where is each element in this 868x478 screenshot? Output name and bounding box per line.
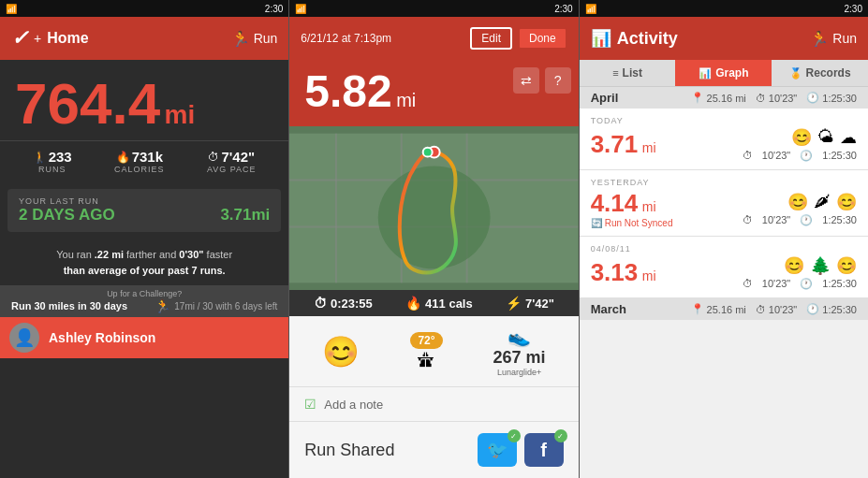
svg-point-6	[378, 167, 491, 269]
march-label: March	[591, 302, 626, 316]
challenge-section: Up for a Challenge? Run 30 miles in 30 d…	[0, 285, 288, 317]
social-icons: 🐦 ✓ f ✓	[478, 433, 564, 467]
run-time-value: 0:23:55	[331, 297, 373, 311]
tab-graph[interactable]: 📊 Graph	[675, 60, 772, 86]
yesterday-pace-icon: ⏱	[743, 214, 753, 226]
facebook-check-icon: ✓	[554, 429, 567, 442]
plus-icon: +	[34, 31, 41, 46]
edit-button[interactable]: Edit	[470, 27, 512, 50]
yesterday-time: 1:25:30	[822, 214, 857, 226]
apr8-right: 😊 🌲 😊 ⏱ 10'23" 🕐 1:25:30	[743, 255, 857, 290]
shoe-miles: 267 mi	[493, 348, 546, 368]
activity-panel: 📶 2:30 📊 Activity 🏃 Run ≡ List 📊 Graph 🏅…	[580, 0, 868, 478]
checkbox-icon: ☑	[304, 397, 316, 412]
svg-point-8	[423, 148, 433, 157]
run-stats-row: ⏱ 0:23:55 🔥 411 cals ⚡ 7'42"	[289, 290, 578, 316]
done-button[interactable]: Done	[518, 27, 567, 50]
comparison-text: You ran .22 mi farther and 0'30" faster …	[0, 239, 288, 285]
run-pace-stat: ⚡ 7'42"	[506, 296, 554, 311]
yesterday-emoji-2: 🌶	[814, 192, 831, 212]
challenge-prompt: Up for a Challenge?	[11, 289, 277, 298]
map-header: 6/21/12 at 7:13pm Edit Done	[289, 17, 578, 60]
facebook-button[interactable]: f ✓	[524, 433, 564, 467]
home-title: Home	[47, 30, 88, 47]
activity-run-icon: 🏃	[810, 30, 829, 48]
activity-run-label: Run	[832, 31, 857, 46]
temperature-badge: 72°	[410, 332, 442, 349]
activity-tabs: ≡ List 📊 Graph 🏅 Records	[580, 60, 868, 87]
apr8-main: 3.13 mi 😊 🌲 😊 ⏱ 10'23" 🕐 1:25:30	[591, 255, 857, 290]
status-bar-map: 📶 2:30	[289, 0, 578, 17]
apr8-emoji-3: 😊	[836, 255, 857, 276]
april-miles: 25.16 mi	[707, 93, 746, 104]
apr8-miles-unit: mi	[642, 268, 656, 283]
facebook-icon: f	[540, 440, 547, 461]
tab-records[interactable]: 🏅 Records	[772, 60, 868, 86]
april-time-stat: 🕐 1:25:30	[806, 92, 857, 104]
time-stat-icon: ⏱	[314, 296, 327, 311]
run-date: 6/21/12 at 7:13pm	[301, 32, 391, 45]
run-distance-unit: mi	[396, 90, 416, 110]
run-time-stat: ⏱ 0:23:55	[314, 296, 373, 311]
user-row[interactable]: 👤 Ashley Robinson	[0, 317, 288, 358]
last-run-section: YOUR LAST RUN 2 DAYS AGO 3.71mi	[7, 189, 281, 232]
march-time-stat: 🕐 1:25:30	[806, 303, 857, 315]
yesterday-miles: 4.14	[591, 189, 639, 217]
weather-box: 72° 🛣	[410, 332, 442, 370]
not-synced-label: Run Not Synced	[605, 218, 673, 228]
day-apr8[interactable]: 04/08/11 3.13 mi 😊 🌲 😊 ⏱ 10'23" 🕐	[580, 237, 868, 298]
yesterday-label: YESTERDAY	[591, 178, 857, 187]
twitter-button[interactable]: 🐦 ✓	[478, 433, 517, 467]
runs-icon: 🚶	[33, 151, 47, 164]
challenge-progress: 🏃 17mi / 30 with 6 days left	[154, 298, 277, 313]
april-section-header: April 📍 25.16 mi ⏱ 10'23" 🕐 1:25:30	[580, 87, 868, 109]
apr8-time-icon: 🕐	[800, 278, 813, 290]
april-time-icon: 🕐	[806, 92, 819, 104]
yesterday-emoji-3: 😊	[836, 192, 857, 212]
pace-value: 7'42"	[221, 149, 255, 165]
shoe-box: 👟 267 mi Lunarglide+	[493, 326, 546, 377]
day-today[interactable]: TODAY 3.71 mi 😊 🌤 ☁ ⏱ 10'23" 🕐	[580, 109, 868, 170]
march-pace-icon: ⏱	[756, 304, 766, 315]
pace-icon: ⏱	[208, 151, 219, 164]
share-icon[interactable]: ⇄	[513, 67, 539, 94]
map-area[interactable]	[289, 126, 578, 290]
user-avatar: 👤	[9, 323, 39, 353]
yesterday-miles-group: 4.14 mi 🔄 Run Not Synced	[591, 189, 673, 228]
april-pace-icon: ⏱	[756, 93, 766, 104]
march-time-icon: 🕐	[806, 303, 819, 315]
map-action-icons: ⇄ ?	[513, 67, 571, 94]
shoe-name: Lunarglide+	[497, 368, 541, 377]
today-pace-icon: ⏱	[743, 150, 753, 162]
apr8-emoji-2: 🌲	[810, 255, 831, 276]
march-miles-icon: 📍	[691, 303, 704, 315]
march-time: 1:25:30	[822, 304, 857, 315]
march-miles-stat: 📍 25.16 mi	[691, 303, 746, 315]
pace-stat-icon: ⚡	[506, 296, 522, 311]
apr8-time: 1:25:30	[822, 278, 857, 290]
today-time-icon: 🕐	[800, 150, 813, 162]
yesterday-miles-unit: mi	[642, 199, 656, 214]
today-right: 😊 🌤 ☁ ⏱ 10'23" 🕐 1:25:30	[743, 127, 857, 162]
activity-run-button[interactable]: 🏃 Run	[810, 30, 857, 48]
total-miles-number: 764.4	[15, 71, 160, 136]
weather-icon-row: 🛣	[418, 351, 434, 370]
add-note-section[interactable]: ☑ Add a note	[289, 387, 578, 422]
apr8-pace-icon: ⏱	[743, 278, 753, 290]
progress-text: 17mi / 30 with 6 days left	[174, 301, 277, 311]
today-time-row: ⏱ 10'23" 🕐 1:25:30	[743, 150, 857, 162]
emoji-weather-row: 😊 72° 🛣 👟 267 mi Lunarglide+	[289, 316, 578, 387]
run-button[interactable]: 🏃 Run	[231, 30, 278, 48]
mood-emoji[interactable]: 😊	[322, 334, 360, 369]
apr8-pace: 10'23"	[762, 278, 790, 290]
today-miles-unit: mi	[642, 140, 656, 155]
run-cals-stat: 🔥 411 cals	[405, 296, 473, 311]
runs-label: RUNS	[38, 165, 66, 174]
info-icon[interactable]: ?	[545, 67, 571, 94]
april-pace-stat: ⏱ 10'23"	[756, 93, 797, 104]
calories-value: 731k	[132, 149, 163, 165]
activity-content[interactable]: April 📍 25.16 mi ⏱ 10'23" 🕐 1:25:30 TODA…	[580, 87, 868, 478]
day-yesterday[interactable]: YESTERDAY 4.14 mi 🔄 Run Not Synced 😊 🌶 😊	[580, 170, 868, 237]
tab-list[interactable]: ≡ List	[580, 60, 676, 86]
april-stats: 📍 25.16 mi ⏱ 10'23" 🕐 1:25:30	[691, 92, 857, 104]
